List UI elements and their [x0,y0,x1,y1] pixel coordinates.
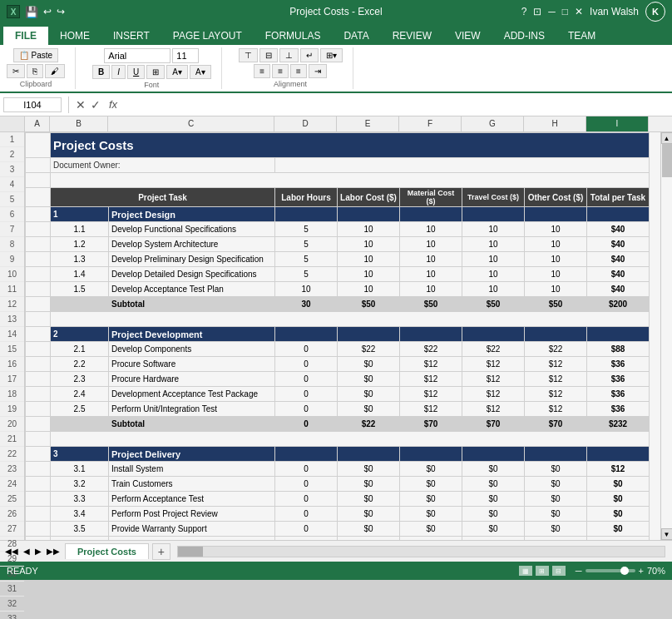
wrap-text-button[interactable]: ↵ [300,48,319,62]
zoom-in-icon[interactable]: + [639,566,644,576]
underline-button[interactable]: U [127,65,145,79]
tab-nav-prev[interactable]: ◀ [22,545,32,557]
tab-nav-next[interactable]: ▶ [33,545,43,557]
merge-button[interactable]: ⊞▾ [320,48,343,62]
task-name-2-3[interactable]: Procure Hardware [109,372,275,387]
restore-icon[interactable]: ⊡ [533,6,541,17]
tab-file[interactable]: FILE [3,27,48,45]
formula-input[interactable] [126,98,669,111]
scroll-thumb[interactable] [662,144,672,177]
task-name-3-6[interactable]: Archive Materials [109,537,275,541]
cell-a4[interactable] [26,188,51,207]
tab-nav-last[interactable]: ▶▶ [45,545,62,557]
quick-access-save[interactable]: 💾 [25,6,38,18]
tab-data[interactable]: DATA [332,27,380,45]
font-selector[interactable] [104,48,170,63]
tab-formulas[interactable]: FORMULAS [254,27,333,45]
col-header-f[interactable]: F [399,116,462,131]
align-top-button[interactable]: ⊤ [239,48,258,62]
cell-a16[interactable] [26,372,51,387]
confirm-formula-icon[interactable]: ✓ [91,98,101,111]
cell-a23[interactable] [26,477,51,492]
col-header-b[interactable]: B [50,116,108,131]
help-icon[interactable]: ? [521,6,527,17]
quick-access-redo[interactable]: ↪ [57,6,65,17]
task-name-1-2[interactable]: Develop System Architecture [109,237,275,252]
zoom-out-icon[interactable]: ─ [576,566,582,576]
horizontal-scrollbar[interactable] [177,546,665,557]
scroll-track[interactable] [661,144,673,528]
cell-a17[interactable] [26,387,51,402]
border-button[interactable]: ⊞ [146,65,165,79]
tab-view[interactable]: VIEW [443,27,492,45]
task-name-3-5[interactable]: Provide Warranty Support [109,522,275,537]
align-right-button[interactable]: ≡ [290,64,307,78]
font-color-button[interactable]: A▾ [190,65,211,79]
cell-a18[interactable] [26,402,51,417]
task-name-1-3[interactable]: Develop Preliminary Design Specification [109,252,275,267]
format-painter-button[interactable]: 🖌 [45,64,65,78]
cell-a14[interactable] [26,342,51,357]
cell-a6[interactable] [26,222,51,237]
scroll-up-button[interactable]: ▲ [661,132,673,144]
cell-a8[interactable] [26,252,51,267]
italic-button[interactable]: I [111,65,126,79]
bold-button[interactable]: B [92,65,110,79]
font-size-input[interactable] [172,48,199,63]
cell-a15[interactable] [26,357,51,372]
tab-team[interactable]: TEAM [556,27,607,45]
cell-a22[interactable] [26,462,51,477]
normal-view-icon[interactable]: ▦ [519,566,532,576]
col-header-c[interactable]: C [108,116,274,131]
cell-a26[interactable] [26,522,51,537]
cell-a27[interactable] [26,537,51,541]
tab-insert[interactable]: INSERT [101,27,161,45]
task-name-2-4[interactable]: Development Acceptance Test Package [109,387,275,402]
task-name-2-1[interactable]: Develop Components [109,342,275,357]
cell-a13[interactable] [26,327,51,342]
vertical-scrollbar[interactable]: ▲ ▼ [660,132,672,540]
cell-a19[interactable] [26,417,51,432]
align-middle-button[interactable]: ⊟ [259,48,278,62]
page-layout-icon[interactable]: ⊞ [536,566,549,576]
cut-button[interactable]: ✂ [7,64,25,78]
task-name-1-1[interactable]: Develop Functional Specifications [109,222,275,237]
scroll-down-button[interactable]: ▼ [661,528,673,540]
quick-access-undo[interactable]: ↩ [43,6,52,17]
cell-a1[interactable] [26,133,51,158]
paste-button[interactable]: 📋 Paste [13,48,58,62]
cell-a5[interactable] [26,207,51,222]
fill-color-button[interactable]: A▾ [166,65,188,79]
col-header-i[interactable]: I [586,116,649,131]
task-name-2-2[interactable]: Procure Software [109,357,275,372]
col-header-h[interactable]: H [524,116,586,131]
indent-button[interactable]: ⇥ [309,64,327,78]
sheet-tab-project-costs[interactable]: Project Costs [65,543,149,559]
cell-a12[interactable] [26,312,51,327]
task-name-3-4[interactable]: Perform Post Project Review [109,507,275,522]
task-name-3-1[interactable]: Install System [109,462,275,477]
col-header-g[interactable]: G [462,116,524,131]
cancel-formula-icon[interactable]: ✕ [76,98,86,111]
tab-home[interactable]: HOME [48,27,101,45]
col-header-e[interactable]: E [337,116,399,131]
cell-a11[interactable] [26,297,51,312]
cell-a9[interactable] [26,267,51,282]
cell-a20[interactable] [26,432,51,447]
cell-a25[interactable] [26,507,51,522]
align-left-button[interactable]: ≡ [254,64,270,78]
cell-a7[interactable] [26,237,51,252]
col-header-a[interactable]: A [25,116,50,131]
close-icon[interactable]: ✕ [575,6,583,17]
cell-a21[interactable] [26,447,51,462]
task-name-3-2[interactable]: Train Customers [109,477,275,492]
task-name-3-3[interactable]: Perform Acceptance Test [109,492,275,507]
maximize-icon[interactable]: □ [562,6,568,17]
tab-addins[interactable]: ADD-INS [492,27,556,45]
align-bottom-button[interactable]: ⊥ [279,48,299,62]
zoom-slider[interactable] [586,569,635,572]
minimize-icon[interactable]: ─ [548,6,556,17]
cell-a10[interactable] [26,282,51,297]
cell-a3[interactable] [26,173,51,188]
cell-a24[interactable] [26,492,51,507]
